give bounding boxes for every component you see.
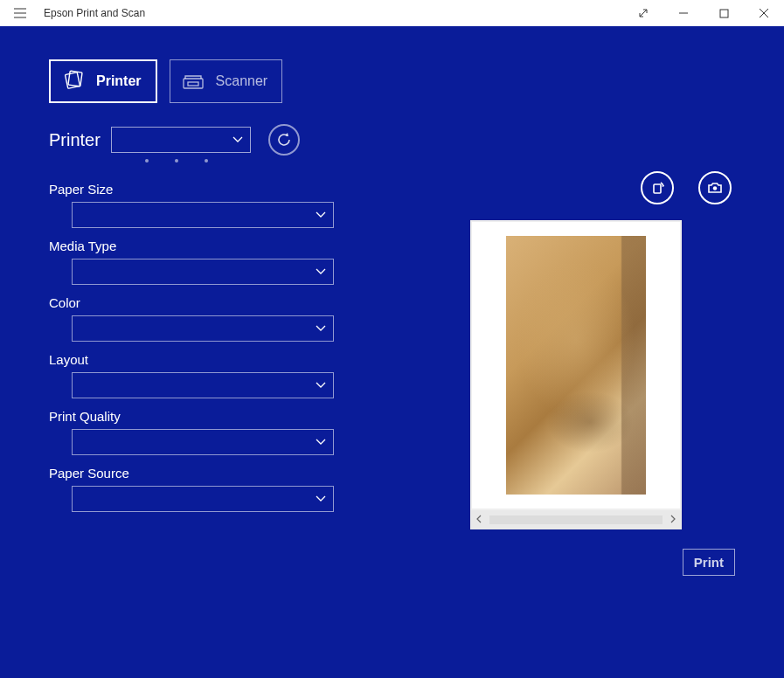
chevron-down-icon xyxy=(316,268,326,275)
print-quality-select[interactable] xyxy=(72,429,334,455)
svg-rect-5 xyxy=(654,184,661,193)
media-type-label: Media Type xyxy=(49,239,337,253)
chevron-down-icon xyxy=(232,136,243,143)
field-color: Color xyxy=(49,295,337,342)
maximize-button[interactable] xyxy=(704,0,744,26)
printer-row: Printer xyxy=(49,124,735,156)
window-title: Epson Print and Scan xyxy=(40,7,145,19)
scanner-icon xyxy=(181,69,205,93)
print-quality-label: Print Quality xyxy=(49,409,337,424)
titlebar: Epson Print and Scan xyxy=(0,0,784,26)
paper-size-select[interactable] xyxy=(72,202,334,228)
paper-source-select[interactable] xyxy=(72,486,334,512)
preview-actions xyxy=(416,171,735,204)
mode-tabs: Printer Scanner xyxy=(49,59,735,103)
paper-source-label: Paper Source xyxy=(49,466,337,481)
chevron-down-icon xyxy=(316,325,326,332)
chevron-down-icon xyxy=(316,382,326,389)
menu-button[interactable] xyxy=(0,0,40,26)
layout-select[interactable] xyxy=(72,372,334,398)
preview-page[interactable] xyxy=(472,222,680,508)
preview-frame xyxy=(470,220,682,529)
field-media-type: Media Type xyxy=(49,239,337,285)
tab-scanner[interactable]: Scanner xyxy=(170,59,283,103)
app-content: Printer Scanner Printer xyxy=(0,26,784,678)
field-paper-source: Paper Source xyxy=(49,466,337,512)
tab-printer[interactable]: Printer xyxy=(49,59,157,103)
scroll-track[interactable] xyxy=(489,515,663,524)
field-print-quality: Print Quality xyxy=(49,409,337,455)
loading-dots xyxy=(145,159,735,163)
chevron-left-icon[interactable] xyxy=(475,514,482,526)
print-button[interactable]: Print xyxy=(683,549,735,576)
layout-label: Layout xyxy=(49,352,337,367)
add-photo-button[interactable] xyxy=(698,171,732,204)
fullscreen-button[interactable] xyxy=(623,0,663,26)
printer-select[interactable] xyxy=(111,127,251,153)
svg-rect-0 xyxy=(720,10,728,17)
close-button[interactable] xyxy=(744,0,784,26)
svg-rect-4 xyxy=(188,82,198,86)
preview-column: Print xyxy=(416,171,735,576)
settings-column: Paper Size Media Type Color xyxy=(49,171,337,576)
tab-scanner-label: Scanner xyxy=(216,73,268,89)
color-select[interactable] xyxy=(72,315,334,342)
field-paper-size: Paper Size xyxy=(49,182,337,228)
preview-image xyxy=(506,236,646,495)
minimize-button[interactable] xyxy=(663,0,704,26)
chevron-down-icon xyxy=(316,211,326,218)
chevron-down-icon xyxy=(316,495,326,502)
svg-point-6 xyxy=(713,186,717,190)
svg-rect-3 xyxy=(184,79,203,88)
chevron-down-icon xyxy=(316,439,326,446)
thumbnail-scrollbar[interactable] xyxy=(470,510,682,529)
chevron-right-icon[interactable] xyxy=(670,514,676,526)
rotate-button[interactable] xyxy=(641,171,674,204)
color-label: Color xyxy=(49,295,337,310)
tab-printer-label: Printer xyxy=(96,73,142,89)
refresh-button[interactable] xyxy=(268,124,300,156)
paper-size-label: Paper Size xyxy=(49,182,337,197)
printer-label: Printer xyxy=(49,130,101,150)
printer-icon xyxy=(61,69,86,93)
media-type-select[interactable] xyxy=(72,259,334,285)
field-layout: Layout xyxy=(49,352,337,398)
